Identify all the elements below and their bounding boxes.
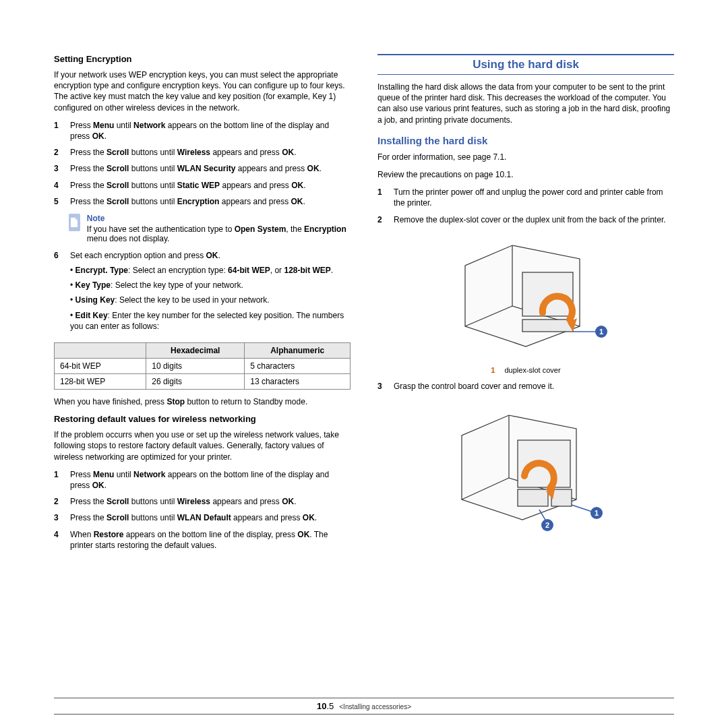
restore-intro: If the problem occurrs when you use or s… bbox=[54, 429, 351, 462]
encryption-steps-cont: 6 Set each encryption option and press O… bbox=[54, 250, 351, 336]
intro-paragraph: If your network uses WEP encryption keys… bbox=[54, 69, 351, 113]
svg-rect-15 bbox=[518, 489, 548, 506]
svg-line-18 bbox=[572, 505, 592, 512]
svg-rect-16 bbox=[551, 489, 572, 506]
step-text: Press Menu until Network appears on the … bbox=[70, 120, 351, 142]
figure-control-board: 1 2 bbox=[377, 398, 674, 535]
page-number-major: 10 bbox=[317, 701, 326, 711]
heading-setting-encryption: Setting Encryption bbox=[54, 54, 351, 64]
figure-callout-text: duplex-slot cover bbox=[504, 366, 560, 374]
chapter-label: <Installing accessories> bbox=[339, 703, 411, 710]
order-info: For order information, see page 7.1. bbox=[377, 152, 674, 162]
step-text: Press the Scroll buttons until Wireless … bbox=[70, 147, 351, 158]
table-cell: 13 characters bbox=[245, 374, 351, 390]
table-cell: 128-bit WEP bbox=[55, 374, 146, 390]
subsection-installing: Installing the hard disk bbox=[377, 135, 674, 146]
figure-printer-back: 1 bbox=[377, 232, 674, 362]
table-cell: 64-bit WEP bbox=[55, 359, 146, 374]
install-steps: 1Turn the printer power off and unplug t… bbox=[377, 187, 674, 225]
restore-steps: 1Press Menu until Network appears on the… bbox=[54, 469, 351, 551]
svg-text:1: 1 bbox=[599, 328, 603, 336]
table-cell: 26 digits bbox=[146, 374, 245, 390]
note-box: Note If you have set the authentication … bbox=[69, 214, 351, 243]
note-body: If you have set the authentication type … bbox=[87, 224, 351, 243]
install-steps-cont: 3Grasp the control board cover and remov… bbox=[377, 381, 674, 392]
option-item: • Using Key: Select the key to be used i… bbox=[70, 295, 351, 305]
step-text: Press Menu until Network appears on the … bbox=[70, 469, 351, 491]
encryption-steps: 1Press Menu until Network appears on the… bbox=[54, 120, 351, 207]
step-text: Press the Scroll buttons until WLAN Defa… bbox=[70, 512, 351, 523]
step-text: Set each encryption option and press OK. bbox=[70, 251, 220, 260]
option-item: • Edit Key: Enter the key number for the… bbox=[70, 310, 351, 332]
step-text: Remove the duplex-slot cover or the dupl… bbox=[394, 214, 674, 225]
review-precautions: Review the precautions on page 10.1. bbox=[377, 169, 674, 180]
step-text: Press the Scroll buttons until Static WE… bbox=[70, 180, 351, 191]
note-title: Note bbox=[87, 214, 351, 223]
svg-text:2: 2 bbox=[545, 521, 549, 529]
step-text: Press the Scroll buttons until Wireless … bbox=[70, 496, 351, 507]
right-column: Using the hard disk Installing the hard … bbox=[377, 54, 674, 557]
left-column: Setting Encryption If your network uses … bbox=[54, 54, 351, 557]
note-icon bbox=[69, 214, 80, 231]
table-cell: 10 digits bbox=[146, 359, 245, 374]
svg-rect-4 bbox=[522, 272, 573, 316]
step-text: Turn the printer power off and unplug th… bbox=[394, 187, 674, 208]
figure-callout-num: 1 bbox=[491, 366, 495, 374]
page-footer: 10.5 <Installing accessories> bbox=[54, 698, 674, 715]
key-length-table: Hexadecimal Alphanumeric 64-bit WEP 10 d… bbox=[54, 342, 351, 390]
stop-paragraph: When you have finished, press Stop butto… bbox=[54, 396, 351, 407]
section-header: Using the hard disk bbox=[377, 54, 674, 75]
option-item: • Key Type: Select the key type of your … bbox=[70, 280, 351, 291]
table-cell: 5 characters bbox=[245, 359, 351, 374]
table-header: Hexadecimal bbox=[146, 343, 245, 359]
heading-restoring-defaults: Restoring default values for wireless ne… bbox=[54, 414, 351, 424]
option-item: • Encrypt. Type: Select an encryption ty… bbox=[70, 265, 351, 276]
step-text: When Restore appears on the bottom line … bbox=[70, 529, 351, 551]
svg-text:1: 1 bbox=[595, 509, 599, 517]
page-number-minor: .5 bbox=[326, 701, 334, 711]
step-text: Grasp the control board cover and remove… bbox=[394, 381, 674, 392]
section-title: Using the hard disk bbox=[473, 58, 579, 71]
svg-rect-5 bbox=[522, 320, 573, 332]
step-text: Press the Scroll buttons until WLAN Secu… bbox=[70, 163, 351, 174]
table-header: Alphanumeric bbox=[245, 343, 351, 359]
step-text: Press the Scroll buttons until Encryptio… bbox=[70, 196, 351, 207]
table-header bbox=[55, 343, 146, 359]
harddisk-intro: Installing the hard disk allows the data… bbox=[377, 82, 674, 125]
figure-caption: 1 duplex-slot cover bbox=[377, 366, 674, 374]
